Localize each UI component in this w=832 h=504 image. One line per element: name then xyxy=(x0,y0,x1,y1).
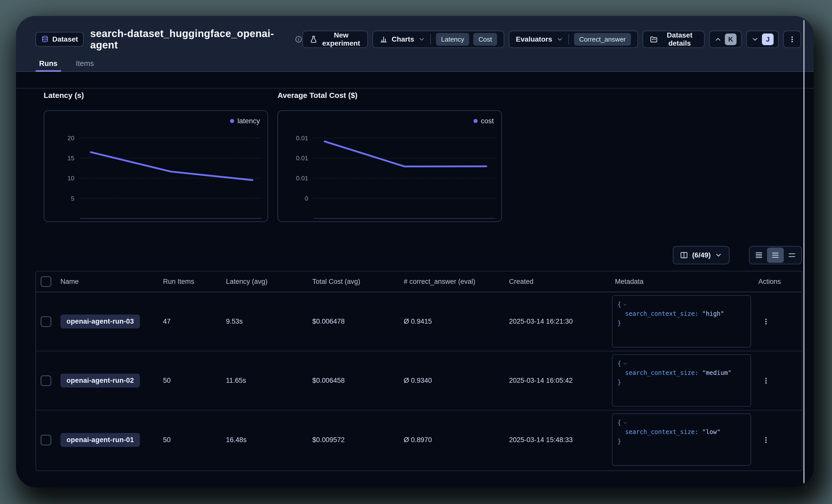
bar-chart-icon xyxy=(380,35,388,44)
table-row: openai-agent-run-01 50 16.48s $0.009572 … xyxy=(36,411,802,470)
col-header-actions: Actions xyxy=(758,272,781,292)
correct-answer-eval-value: Ø 0.9415 xyxy=(404,292,432,351)
col-header-created: Created xyxy=(509,272,534,292)
col-header-metadata: Metadata xyxy=(615,272,644,292)
run-items-value: 50 xyxy=(163,351,171,410)
created-value: 2025-03-14 16:05:42 xyxy=(509,351,573,410)
title-row: Dataset search-dataset_huggingface_opena… xyxy=(35,29,801,50)
more-options-button[interactable] xyxy=(783,31,801,48)
metadata-json-box: { search_context_size: "high" } xyxy=(612,295,751,347)
metadata-key: search_context_size: xyxy=(625,428,698,436)
row-actions-kebab[interactable] xyxy=(758,431,774,449)
chevron-up-icon xyxy=(714,35,722,43)
content-divider xyxy=(16,88,814,88)
latency-chart-card: 2015105 latency xyxy=(44,110,268,222)
prev-run-button[interactable]: K xyxy=(709,31,742,48)
charts-button[interactable]: Charts Latency Cost xyxy=(372,31,504,48)
total-cost-avg-value: $0.006478 xyxy=(312,292,345,351)
row-checkbox[interactable] xyxy=(41,435,51,445)
row-height-medium-button[interactable] xyxy=(767,248,783,263)
column-selector-count: (6/49) xyxy=(692,251,711,259)
column-selector-button[interactable]: (6/49) xyxy=(673,246,729,264)
latency-legend[interactable]: latency xyxy=(230,117,260,125)
cost-legend-label: cost xyxy=(481,117,494,125)
chevron-down-icon xyxy=(418,36,425,43)
svg-text:15: 15 xyxy=(67,155,74,162)
tab-bar: Runs Items xyxy=(35,55,97,72)
run-name-chip[interactable]: openai-agent-run-02 xyxy=(60,374,140,388)
table-row: openai-agent-run-03 47 9.53s $0.006478 Ø… xyxy=(36,292,802,351)
collapse-json-icon[interactable] xyxy=(623,302,628,307)
cost-legend[interactable]: cost xyxy=(473,117,494,125)
next-run-button[interactable]: J xyxy=(746,31,779,48)
scrollbar[interactable] xyxy=(803,20,805,483)
dataset-details-button[interactable]: Dataset details xyxy=(643,31,705,48)
latency-avg-value: 11.65s xyxy=(226,351,246,410)
row-height-large-button[interactable] xyxy=(784,248,800,263)
page-title: search-dataset_huggingface_openai-agent xyxy=(90,28,290,51)
svg-text:0: 0 xyxy=(305,195,308,202)
tab-items-label: Items xyxy=(76,59,94,68)
run-items-value: 50 xyxy=(163,411,171,470)
col-header-run-items: Run Items xyxy=(163,272,194,292)
latency-avg-value: 9.53s xyxy=(226,292,243,351)
chevron-down-icon xyxy=(715,251,722,259)
correct-answer-eval-value: Ø 0.9340 xyxy=(404,351,432,410)
metadata-value: "medium" xyxy=(702,369,731,376)
info-icon[interactable] xyxy=(295,35,303,43)
chart-chip-latency[interactable]: Latency xyxy=(436,33,469,46)
metadata-value: "high" xyxy=(702,310,724,317)
brace-open: { xyxy=(618,419,621,426)
col-header-name: Name xyxy=(60,272,79,292)
divider xyxy=(569,34,569,45)
metadata-json-box: { search_context_size: "medium" } xyxy=(612,354,751,407)
cost-chart-svg: 0.010.010.010 xyxy=(278,111,501,221)
row-checkbox[interactable] xyxy=(41,316,51,327)
row-height-small-button[interactable] xyxy=(751,248,767,263)
correct-answer-eval-value: Ø 0.8970 xyxy=(404,411,432,470)
evaluators-button[interactable]: Evaluators Correct_answer xyxy=(509,31,638,48)
row-height-toggle xyxy=(749,246,802,264)
table-header-row: Name Run Items Latency (avg) Total Cost … xyxy=(36,272,802,292)
dataset-badge-label: Dataset xyxy=(52,35,78,44)
row-actions-kebab[interactable] xyxy=(758,372,774,390)
avatar-j: J xyxy=(762,33,774,45)
svg-text:0.01: 0.01 xyxy=(296,175,308,181)
run-name-chip[interactable]: openai-agent-run-01 xyxy=(60,433,140,447)
new-experiment-button[interactable]: New experiment xyxy=(303,31,368,48)
svg-text:0.01: 0.01 xyxy=(296,135,308,142)
col-header-correct-answer: # correct_answer (eval) xyxy=(404,272,475,292)
app-window: Dataset search-dataset_huggingface_opena… xyxy=(16,16,814,487)
created-value: 2025-03-14 16:21:30 xyxy=(509,292,573,351)
charts-label: Charts xyxy=(392,35,414,44)
svg-text:0.01: 0.01 xyxy=(296,155,308,162)
collapse-json-icon[interactable] xyxy=(623,420,628,425)
tab-runs[interactable]: Runs xyxy=(35,55,61,72)
cost-chart-card: 0.010.010.010 cost xyxy=(278,110,502,222)
row-actions-kebab[interactable] xyxy=(758,313,774,331)
database-icon xyxy=(41,35,49,43)
flask-icon xyxy=(310,35,318,44)
tab-items[interactable]: Items xyxy=(72,55,98,72)
svg-text:20: 20 xyxy=(67,135,74,142)
latency-chart-title: Latency (s) xyxy=(44,91,84,100)
dataset-badge[interactable]: Dataset xyxy=(35,32,83,47)
run-name-chip[interactable]: openai-agent-run-03 xyxy=(60,314,140,329)
evaluator-chip-correct-answer[interactable]: Correct_answer xyxy=(574,33,631,46)
header: Dataset search-dataset_huggingface_opena… xyxy=(16,16,814,72)
total-cost-avg-value: $0.006458 xyxy=(312,351,345,410)
select-all-checkbox[interactable] xyxy=(41,276,51,287)
latency-legend-label: latency xyxy=(237,117,260,125)
runs-table: Name Run Items Latency (avg) Total Cost … xyxy=(35,271,802,471)
legend-dot xyxy=(473,119,477,123)
brace-close: } xyxy=(618,438,621,445)
new-experiment-label: New experiment xyxy=(322,31,361,48)
kebab-icon xyxy=(788,35,796,43)
brace-close: } xyxy=(618,379,621,386)
total-cost-avg-value: $0.009572 xyxy=(312,411,345,470)
row-checkbox[interactable] xyxy=(41,375,51,386)
collapse-json-icon[interactable] xyxy=(623,361,628,366)
chart-chip-cost[interactable]: Cost xyxy=(473,33,497,46)
metadata-json-box: { search_context_size: "low" } xyxy=(612,414,751,466)
brace-open: { xyxy=(618,301,621,308)
